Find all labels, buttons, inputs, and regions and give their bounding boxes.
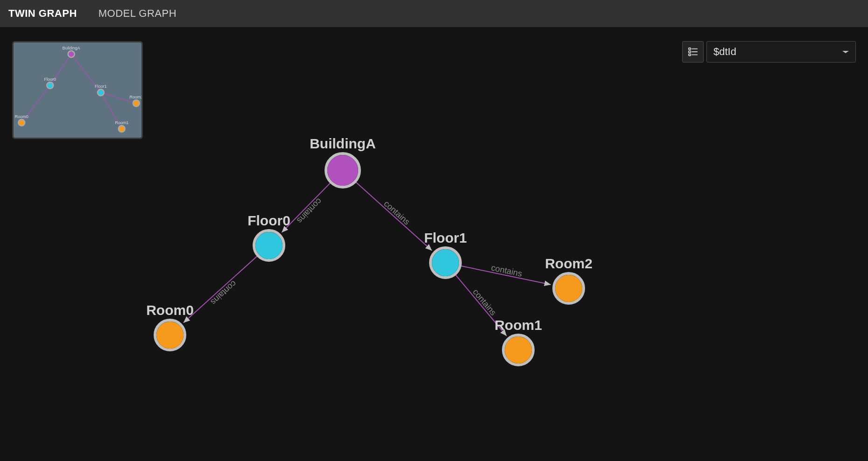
tab-bar: TWIN GRAPH MODEL GRAPH (0, 0, 868, 27)
node-label: Room2 (545, 256, 593, 271)
chevron-down-icon (842, 51, 849, 53)
svg-point-3 (255, 232, 282, 259)
svg-point-19 (47, 82, 53, 89)
node-Room0[interactable]: Room0 (146, 302, 194, 350)
svg-point-21 (98, 89, 104, 96)
svg-point-17 (68, 51, 75, 57)
edge-label: contains (382, 199, 411, 227)
align-fields-icon (688, 47, 698, 57)
minimap-svg: BuildingAFloor0Floor1Room0Room1Room2 (14, 42, 141, 138)
svg-point-27 (133, 100, 140, 106)
node-BuildingA[interactable]: BuildingA (310, 136, 376, 187)
tab-twin-graph[interactable]: TWIN GRAPH (8, 0, 85, 28)
edge-label: contains (295, 196, 324, 225)
display-property-group: $dtId (682, 41, 856, 63)
svg-point-25 (119, 126, 125, 132)
node-label: BuildingA (310, 136, 376, 151)
node-label: Room1 (494, 317, 542, 333)
node-Floor1[interactable]: Floor1 (424, 230, 467, 278)
edge-label: contains (471, 287, 498, 317)
svg-text:Room0: Room0 (15, 114, 28, 119)
edge-label: contains (209, 279, 238, 307)
svg-text:Floor0: Floor0 (44, 77, 56, 82)
svg-point-1 (327, 155, 358, 186)
svg-point-7 (156, 321, 183, 349)
svg-point-11 (555, 275, 582, 302)
display-property-dropdown[interactable]: $dtId (706, 41, 856, 63)
node-Room1[interactable]: Room1 (494, 317, 542, 365)
graph-canvas[interactable]: containscontainscontainscontainscontains… (0, 27, 868, 461)
align-fields-icon-button[interactable] (682, 41, 704, 63)
svg-rect-34 (689, 54, 691, 56)
display-property-value: $dtId (713, 46, 736, 58)
node-Room2[interactable]: Room2 (545, 256, 593, 303)
svg-text:Room1: Room1 (115, 120, 128, 125)
edge-label: contains (490, 263, 523, 278)
minimap[interactable]: BuildingAFloor0Floor1Room0Room1Room2 (12, 41, 143, 139)
node-label: Floor1 (424, 230, 467, 245)
svg-text:BuildingA: BuildingA (63, 46, 80, 50)
node-Floor0[interactable]: Floor0 (247, 213, 290, 260)
svg-rect-33 (689, 51, 691, 53)
svg-text:Floor1: Floor1 (95, 84, 107, 89)
svg-point-9 (505, 336, 532, 363)
tab-model-graph[interactable]: MODEL GRAPH (99, 0, 184, 28)
node-label: Floor0 (247, 213, 290, 228)
svg-text:Room2: Room2 (129, 95, 141, 99)
svg-rect-32 (689, 48, 691, 50)
svg-point-5 (432, 249, 459, 276)
svg-point-23 (18, 119, 25, 126)
node-label: Room0 (146, 302, 194, 318)
